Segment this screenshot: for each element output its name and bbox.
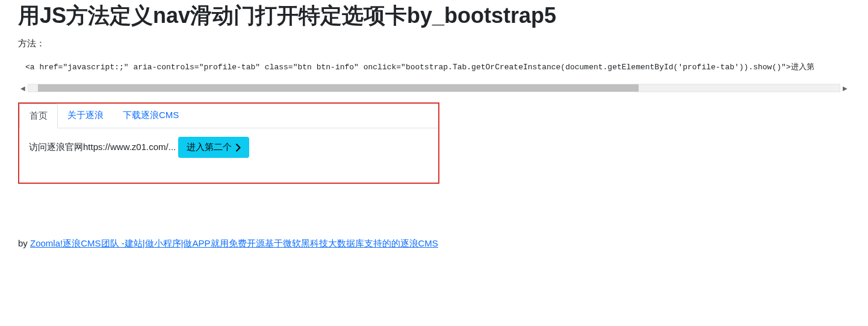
chevron-right-icon — [235, 143, 241, 152]
footer-prefix: by — [18, 238, 30, 248]
tab-content-text: 访问逐浪官网https://www.z01.com/... — [29, 142, 176, 153]
scrollbar-track[interactable] — [28, 84, 840, 92]
tab-about[interactable]: 关于逐浪 — [58, 104, 113, 128]
code-line: <a href="javascript:;" aria-controls="pr… — [25, 61, 843, 77]
footer-link[interactable]: Zoomla!逐浪CMS团队 -建站|做小程序|做APP就用免费开源基于微软黑科… — [30, 238, 438, 248]
nav-tabs: 首页 关于逐浪 下载逐浪CMS — [19, 104, 438, 128]
tab-content: 访问逐浪官网https://www.z01.com/... 进入第二个 — [19, 128, 438, 166]
method-label: 方法： — [18, 38, 850, 49]
page-title: 用JS方法定义nav滑动门打开特定选项卡by_bootstrap5 — [18, 1, 850, 31]
horizontal-scrollbar[interactable]: ◀ ▶ — [18, 83, 850, 93]
enter-second-button-label: 进入第二个 — [187, 142, 232, 153]
enter-second-button[interactable]: 进入第二个 — [178, 137, 249, 158]
scrollbar-thumb[interactable] — [38, 84, 639, 92]
scroll-left-icon[interactable]: ◀ — [18, 83, 28, 93]
tab-home[interactable]: 首页 — [19, 104, 58, 128]
demo-box: 首页 关于逐浪 下载逐浪CMS 访问逐浪官网https://www.z01.co… — [18, 102, 439, 184]
code-block: <a href="javascript:;" aria-controls="pr… — [18, 57, 850, 77]
tab-download[interactable]: 下载逐浪CMS — [113, 104, 188, 128]
footer-line: by Zoomla!逐浪CMS团队 -建站|做小程序|做APP就用免费开源基于微… — [18, 238, 850, 249]
scroll-right-icon[interactable]: ▶ — [840, 83, 850, 93]
